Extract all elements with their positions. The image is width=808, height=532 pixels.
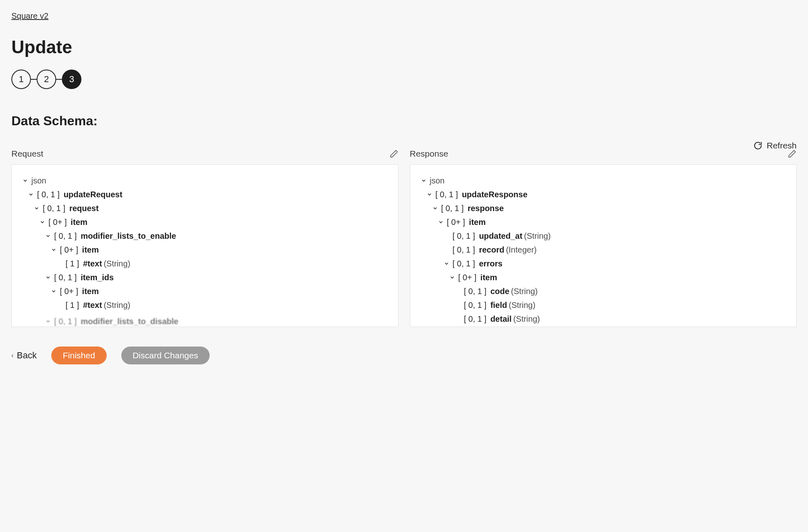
chevron-down-icon[interactable] (22, 178, 29, 183)
step-connector (31, 79, 37, 80)
chevron-down-icon[interactable] (449, 275, 456, 280)
chevron-down-icon[interactable] (443, 261, 450, 266)
tree-node[interactable]: response (468, 201, 504, 215)
tree-node[interactable]: record (479, 243, 504, 257)
request-tree[interactable]: json [ 0, 1 ] updateRequest [ 0, 1 ] req… (11, 164, 399, 327)
tree-node[interactable]: updateResponse (462, 188, 528, 201)
page-title: Update (11, 37, 797, 57)
back-label: Back (17, 350, 37, 361)
tree-node[interactable]: modifier_lists_to_enable (81, 229, 176, 243)
type-annotation: (String) (524, 229, 551, 243)
chevron-down-icon[interactable] (44, 275, 52, 280)
wizard-stepper: 1 2 3 (11, 70, 797, 89)
edit-response-button[interactable] (788, 149, 797, 158)
step-3[interactable]: 3 (62, 70, 81, 89)
chevron-down-icon[interactable] (431, 205, 439, 211)
request-panel: Request json [ 0, 1 ] updateRequest [ 0,… (11, 149, 399, 327)
tree-node[interactable]: #text (83, 298, 102, 312)
breadcrumb-link[interactable]: Square v2 (11, 11, 48, 21)
tree-node[interactable]: updateRequest (64, 188, 122, 201)
tree-node[interactable]: item (82, 284, 99, 298)
type-annotation: (String) (509, 298, 536, 312)
tree-node[interactable]: json (430, 174, 445, 188)
tree-node[interactable]: modifier_lists_to_disable (81, 314, 178, 327)
request-label: Request (11, 149, 43, 159)
type-annotation: (String) (511, 284, 538, 298)
tree-node[interactable]: code (490, 284, 510, 298)
tree-node[interactable]: item_ids (81, 270, 114, 284)
chevron-down-icon[interactable] (426, 192, 433, 197)
tree-node[interactable]: field (490, 298, 507, 312)
chevron-down-icon[interactable] (50, 288, 57, 294)
chevron-down-icon[interactable] (33, 205, 40, 211)
type-annotation: (String) (104, 257, 131, 270)
section-heading: Data Schema: (11, 113, 797, 129)
step-connector (56, 79, 62, 80)
tree-node[interactable]: item (71, 215, 88, 229)
chevron-down-icon[interactable] (437, 219, 445, 225)
tree-node[interactable]: item (469, 215, 486, 229)
tree-node[interactable]: errors (479, 257, 503, 270)
response-panel: Response json [ 0, 1 ] updateResponse [ … (410, 149, 797, 327)
step-1[interactable]: 1 (11, 70, 31, 89)
tree-node[interactable]: json (31, 174, 46, 188)
chevron-down-icon[interactable] (39, 219, 46, 225)
type-annotation: (String) (513, 312, 540, 326)
finished-button[interactable]: Finished (51, 347, 106, 364)
type-annotation: (String) (104, 298, 131, 312)
tree-node[interactable]: request (69, 201, 99, 215)
tree-node[interactable]: updated_at (479, 229, 523, 243)
chevron-down-icon[interactable] (420, 178, 427, 183)
edit-request-button[interactable] (390, 149, 399, 158)
response-tree[interactable]: json [ 0, 1 ] updateResponse [ 0, 1 ] re… (410, 164, 797, 327)
back-button[interactable]: ‹ Back (11, 350, 37, 361)
chevron-down-icon[interactable] (44, 233, 52, 239)
chevron-down-icon[interactable] (50, 247, 57, 253)
tree-node[interactable]: item (480, 270, 497, 284)
tree-node[interactable]: detail (490, 312, 512, 326)
tree-node[interactable]: #text (83, 257, 102, 270)
chevron-left-icon: ‹ (11, 352, 13, 359)
chevron-down-icon[interactable] (44, 318, 52, 324)
response-label: Response (410, 149, 449, 159)
step-2[interactable]: 2 (37, 70, 56, 89)
chevron-down-icon[interactable] (27, 192, 35, 197)
type-annotation: (Integer) (506, 243, 537, 257)
tree-node[interactable]: item (82, 243, 99, 257)
discard-changes-button[interactable]: Discard Changes (121, 347, 210, 364)
